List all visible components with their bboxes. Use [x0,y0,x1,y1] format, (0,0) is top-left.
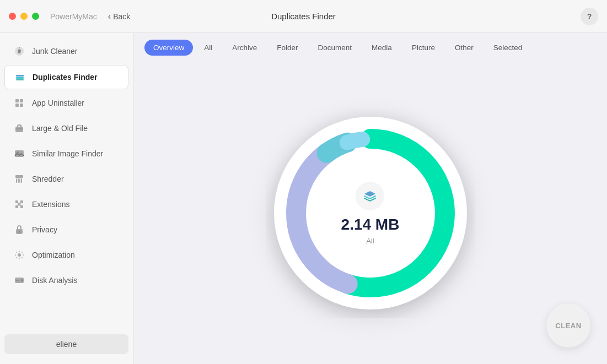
settings-icon [13,249,25,261]
svg-rect-13 [15,175,23,178]
tab-media[interactable]: Media [363,40,401,56]
sidebar-item-extensions[interactable]: Extensions [4,193,128,216]
donut-category-label: All [366,237,374,245]
maximize-button[interactable] [32,13,39,20]
donut-icon [356,182,384,210]
help-icon: ? [587,12,592,21]
clean-button-label: CLEAN [555,322,581,330]
minimize-button[interactable] [20,13,28,20]
traffic-lights [9,13,39,20]
svg-rect-11 [15,150,24,157]
svg-rect-14 [16,178,17,183]
chart-area: 2.14 MB All CLEAN [133,62,607,364]
tab-other[interactable]: Other [446,40,482,56]
briefcase-icon [13,122,25,134]
sidebar-footer: eliene [0,330,133,358]
sidebar-label-extensions: Extensions [32,200,69,209]
grid-icon [13,97,25,109]
donut-size-label: 2.14 MB [341,216,400,233]
tab-document[interactable]: Document [309,40,361,56]
sidebar-label-privacy: Privacy [32,225,57,234]
sidebar-item-duplicates-finder[interactable]: Duplicates Finder [4,65,128,89]
sidebar-label-shredder: Shredder [32,175,64,183]
svg-rect-3 [16,77,24,79]
donut-chart: 2.14 MB All [266,108,475,318]
svg-rect-2 [16,75,24,77]
main-layout: Junk Cleaner Duplicates Finder [0,33,607,364]
content-area: Overview All Archive Folder Document Med… [133,33,607,364]
sidebar-label-similar-image-finder: Similar Image Finder [32,149,103,158]
title-bar: PowerMyMac ‹ Back Duplicates Finder ? [0,0,607,33]
svg-point-20 [18,253,21,257]
layers-center-icon [361,187,379,205]
sidebar-item-junk-cleaner[interactable]: Junk Cleaner [4,40,128,63]
sidebar-item-large-old-file[interactable]: Large & Old File [4,117,128,140]
sidebar-label-duplicates-finder: Duplicates Finder [33,73,97,82]
tab-picture[interactable]: Picture [403,40,444,56]
svg-point-19 [19,231,20,233]
help-button[interactable]: ? [581,8,598,25]
sidebar-item-app-uninstaller[interactable]: App Uninstaller [4,91,128,115]
sidebar-label-optimization: Optimization [32,251,75,259]
lock-icon [13,224,25,236]
svg-point-22 [21,279,23,281]
app-name: PowerMyMac [50,12,97,21]
sidebar-item-shredder[interactable]: Shredder [4,167,128,191]
sidebar-item-privacy[interactable]: Privacy [4,218,128,241]
username-label: eliene [56,340,77,349]
svg-rect-9 [15,127,23,132]
back-chevron-icon: ‹ [108,12,111,21]
close-button[interactable] [9,13,16,20]
tab-all[interactable]: All [195,40,221,56]
broom-icon [13,45,25,57]
sidebar-item-optimization[interactable]: Optimization [4,243,128,267]
donut-center: 2.14 MB All [341,182,400,245]
svg-rect-4 [16,79,24,80]
sidebar-item-similar-image-finder[interactable]: Similar Image Finder [4,142,128,165]
svg-rect-5 [15,99,19,102]
sidebar: Junk Cleaner Duplicates Finder [0,33,133,364]
hdd-icon [13,274,25,286]
sidebar-label-disk-analysis: Disk Analysis [32,276,77,285]
tab-bar: Overview All Archive Folder Document Med… [133,33,607,62]
svg-rect-17 [21,178,22,183]
sidebar-label-app-uninstaller: App Uninstaller [32,99,84,107]
tab-folder[interactable]: Folder [268,40,307,56]
back-label: Back [113,12,130,21]
puzzle-icon [13,198,25,210]
svg-rect-6 [20,99,23,102]
sidebar-item-disk-analysis[interactable]: Disk Analysis [4,269,128,292]
window-title: Duplicates Finder [271,12,336,21]
shredder-icon [13,173,25,185]
tab-overview[interactable]: Overview [144,40,193,56]
svg-rect-8 [20,104,23,107]
back-button[interactable]: ‹ Back [108,12,130,21]
sidebar-label-junk-cleaner: Junk Cleaner [32,47,78,56]
svg-rect-16 [19,178,20,183]
tab-selected[interactable]: Selected [485,40,531,56]
clean-button[interactable]: CLEAN [546,303,590,347]
sidebar-label-large-old-file: Large & Old File [32,124,88,133]
user-badge: eliene [4,334,128,354]
svg-rect-15 [18,178,19,183]
image-icon [13,148,25,160]
tab-archive[interactable]: Archive [223,40,266,56]
layers-icon [14,71,26,83]
svg-rect-7 [15,104,19,107]
